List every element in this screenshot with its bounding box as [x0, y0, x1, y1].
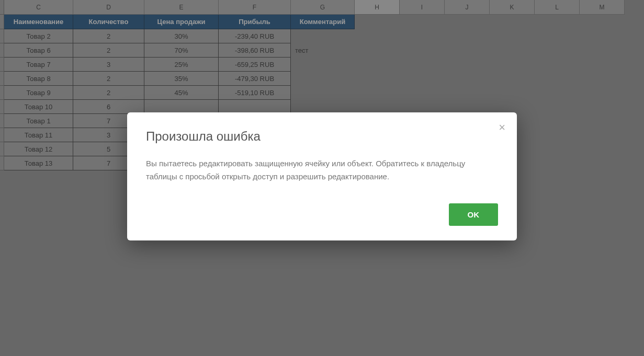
close-icon[interactable]: × [499, 122, 505, 133]
error-dialog: × Произошла ошибка Вы пытаетесь редактир… [127, 112, 517, 240]
dialog-body: Вы пытаетесь редактировать защищенную яч… [146, 157, 498, 183]
dialog-footer: OK [146, 203, 498, 226]
dialog-title: Произошла ошибка [146, 129, 498, 144]
ok-button[interactable]: OK [449, 203, 499, 226]
modal-overlay: × Произошла ошибка Вы пытаетесь редактир… [0, 0, 644, 356]
